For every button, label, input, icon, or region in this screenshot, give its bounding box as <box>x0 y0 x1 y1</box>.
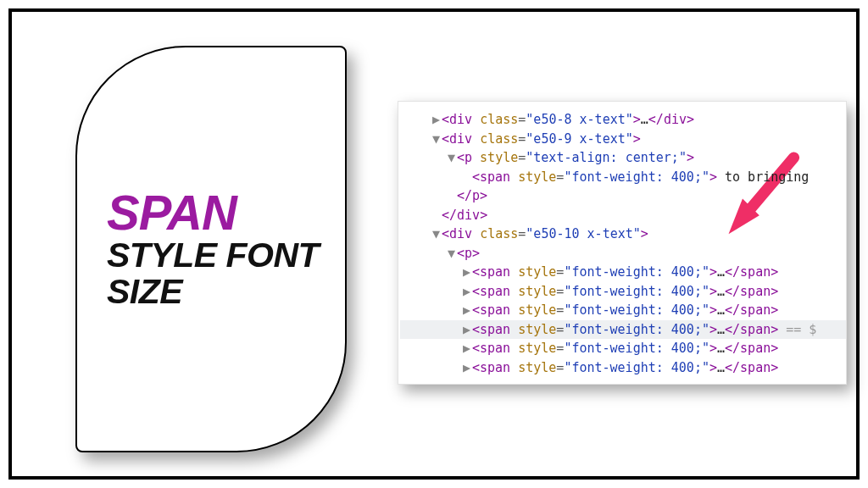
title-line-3: SIZE <box>107 274 320 310</box>
devtools-row: ▶<span style="font-weight: 400;">…</span… <box>400 301 846 320</box>
devtools-row: <span style="font-weight: 400;"> to brin… <box>400 168 846 187</box>
title-line-1: SPAN <box>107 188 320 237</box>
devtools-row: </p> <box>400 186 846 206</box>
devtools-row: ▶<span style="font-weight: 400;">…</span… <box>400 282 846 302</box>
devtools-row: ▼<div class="e50-10 x-text"> <box>400 225 846 244</box>
title-line-2: STYLE FONT <box>107 237 320 274</box>
devtools-row: ▶<span style="font-weight: 400;">…</span… <box>400 320 846 340</box>
title-card: SPAN STYLE FONT SIZE <box>75 46 347 452</box>
devtools-panel: ▶<div class="e50-8 x-text">…</div>▼<div … <box>398 101 847 385</box>
devtools-row: </div> <box>400 206 846 225</box>
devtools-row: ▶<div class="e50-8 x-text">…</div> <box>400 110 846 130</box>
devtools-row: ▼<div class="e50-9 x-text"> <box>400 130 846 149</box>
devtools-row: ▼<p> <box>400 244 846 263</box>
devtools-row: ▶<span style="font-weight: 400;">…</span… <box>400 263 846 282</box>
devtools-row: ▶<span style="font-weight: 400;">…</span… <box>400 358 846 378</box>
outer-frame: SPAN STYLE FONT SIZE ▶<div class="e50-8 … <box>8 8 860 480</box>
devtools-row: ▼<p style="text-align: center;"> <box>400 148 846 168</box>
devtools-row: ▶<span style="font-weight: 400;">…</span… <box>400 339 846 358</box>
